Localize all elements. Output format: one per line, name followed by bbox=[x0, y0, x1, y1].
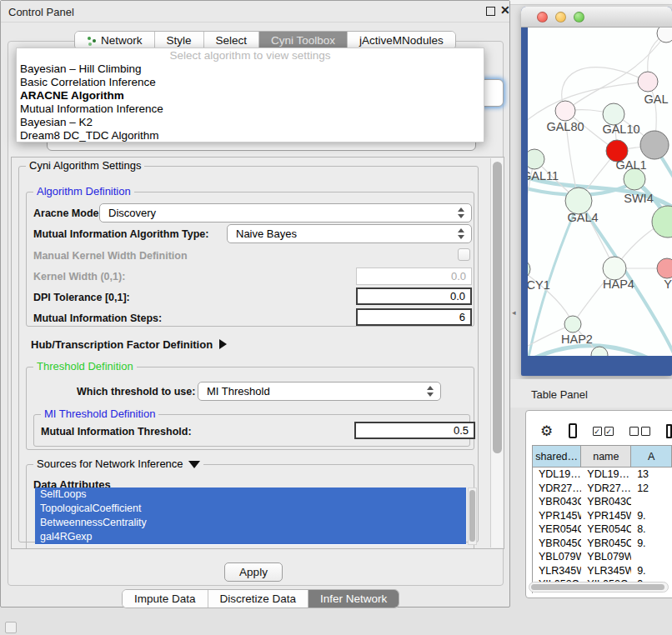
attribute-list-item[interactable]: TopologicalCoefficient bbox=[35, 502, 466, 516]
table-row[interactable]: YDL19…YDL19…13 bbox=[533, 468, 672, 482]
table-cell: YER054C bbox=[533, 522, 581, 537]
attributes-list-scrollbar[interactable] bbox=[468, 488, 477, 545]
table-cell: YLR345W bbox=[581, 564, 631, 578]
attribute-list-item[interactable]: SelfLoops bbox=[35, 488, 466, 502]
control-panel-titlebar[interactable] bbox=[1, 1, 509, 22]
dropdown-option[interactable]: Dream8 DC_TDC Algorithm bbox=[17, 129, 484, 142]
close-traffic-light-icon[interactable] bbox=[537, 12, 548, 22]
tab-select[interactable]: Select bbox=[204, 32, 260, 49]
float-window-icon[interactable] bbox=[486, 7, 495, 16]
panel-divider-arrow-icon[interactable]: ◂ bbox=[512, 308, 516, 317]
dropdown-option[interactable]: Bayesian – K2 bbox=[17, 116, 484, 129]
table-cell: 9. bbox=[631, 537, 672, 551]
table-body: YDL19…YDL19…13YDR27…YDR27…12YBR043CYBR04… bbox=[533, 468, 672, 592]
network-node-swi4[interactable] bbox=[652, 206, 672, 238]
zoom-traffic-light-icon[interactable] bbox=[574, 12, 584, 22]
table-row[interactable]: YBR045CYBR045C9. bbox=[533, 537, 672, 551]
tab-label: Impute Data bbox=[134, 592, 196, 605]
node-table: shared…nameA YDL19…YDL19…13YDR27…YDR27…1… bbox=[532, 445, 672, 593]
network-node-gal80[interactable] bbox=[555, 101, 575, 121]
algorithm-dropdown-list: Select algorithm to view settings Bayesi… bbox=[16, 48, 484, 142]
hub-definition-toggle[interactable]: Hub/Transcription Factor Definition bbox=[31, 338, 227, 351]
table-row[interactable]: YBR043CYBR043C bbox=[533, 495, 672, 509]
table-cell: YDL19… bbox=[533, 468, 581, 482]
dropdown-option[interactable]: Basic Correlation Inference bbox=[17, 76, 484, 89]
dpi-tolerance-field[interactable] bbox=[356, 288, 472, 305]
column-header-1[interactable]: shared… bbox=[533, 446, 581, 468]
which-threshold-value: MI Threshold bbox=[207, 385, 270, 398]
mi-steps-label: Mutual Information Steps: bbox=[33, 312, 162, 324]
attribute-list-item[interactable]: gal4RGexp bbox=[35, 530, 466, 544]
dropdown-option[interactable]: ARACNE Algorithm bbox=[17, 89, 484, 102]
settings-horizontal-scrollbar[interactable] bbox=[17, 548, 484, 549]
network-window-titlebar[interactable] bbox=[521, 7, 672, 28]
table-cell: 12 bbox=[631, 482, 672, 496]
aracne-mode-combo[interactable]: Discovery bbox=[99, 203, 472, 222]
export-table-icon[interactable] bbox=[666, 424, 672, 438]
close-icon[interactable]: ✕ bbox=[500, 3, 510, 17]
table-cell: YDL19… bbox=[581, 468, 631, 482]
network-node[interactable] bbox=[657, 28, 672, 42]
which-threshold-combo[interactable]: MI Threshold bbox=[198, 382, 441, 401]
tab-infer-network[interactable]: Infer Network bbox=[308, 590, 399, 608]
table-row[interactable]: YDR27…YDR27…12 bbox=[533, 482, 672, 496]
table-row[interactable]: YPR145WYPR145W9. bbox=[533, 509, 672, 523]
attribute-list-item[interactable]: BetweennessCentrality bbox=[35, 516, 466, 530]
table-cell: 8. bbox=[631, 522, 672, 537]
minimized-panel-icon[interactable] bbox=[5, 622, 17, 633]
stepper-icon bbox=[427, 386, 434, 397]
table-cell: 13 bbox=[631, 468, 672, 482]
tab-network[interactable]: Network bbox=[75, 32, 155, 49]
column-header-3[interactable]: A bbox=[631, 446, 672, 468]
tab-impute-data[interactable]: Impute Data bbox=[123, 590, 208, 608]
manual-kernel-checkbox[interactable] bbox=[458, 248, 470, 261]
table-cell: YBR043C bbox=[581, 495, 631, 509]
split-columns-icon[interactable] bbox=[569, 423, 576, 438]
network-icon bbox=[87, 36, 97, 46]
node-label-gal80: GAL80 bbox=[546, 120, 584, 133]
network-node-gal11[interactable] bbox=[528, 149, 544, 169]
table-cell: YBL079W bbox=[533, 550, 581, 564]
tab-discretize-data[interactable]: Discretize Data bbox=[208, 590, 309, 608]
dropdown-option[interactable]: Mutual Information Inference bbox=[17, 102, 484, 116]
table-cell bbox=[631, 550, 672, 564]
algorithm-definition-group: Algorithm Definition Aracne Mode: Discov… bbox=[26, 192, 474, 327]
cyni-algorithm-settings-group: Cyni Algorithm Settings Algorithm Defini… bbox=[18, 166, 479, 542]
tab-style[interactable]: Style bbox=[155, 32, 204, 49]
table-panel-title: Table Panel bbox=[531, 388, 588, 401]
table-toolbar: ⚙ ✓✓ bbox=[525, 417, 672, 445]
node-label-hap4: HAP4 bbox=[603, 278, 634, 291]
column-header-2[interactable]: name bbox=[581, 446, 631, 468]
apply-button[interactable]: Apply bbox=[224, 562, 283, 582]
network-canvas[interactable]: GALGAL80GAL10GAL11GAL1SWI4GAL4GCY1HAP4YH… bbox=[528, 28, 672, 356]
network-node[interactable] bbox=[640, 131, 669, 159]
mi-type-combo[interactable]: Naive Bayes bbox=[227, 224, 472, 243]
table-horizontal-scrollbar[interactable] bbox=[529, 582, 669, 592]
kernel-width-label: Kernel Width (0,1): bbox=[33, 271, 125, 282]
sources-title-text: Sources for Network Inference bbox=[37, 458, 183, 470]
table-row[interactable]: YLR345WYLR345W9. bbox=[533, 564, 672, 578]
stepper-icon bbox=[458, 228, 464, 239]
tab-cyni-toolbox[interactable]: Cyni Toolbox bbox=[259, 32, 348, 49]
mi-steps-field[interactable] bbox=[356, 308, 472, 326]
network-node-hap4[interactable] bbox=[603, 257, 626, 280]
deselect-all-checkboxes-icon[interactable] bbox=[629, 427, 650, 436]
mi-threshold-group-title: MI Threshold Definition bbox=[41, 408, 158, 420]
network-node-y[interactable] bbox=[657, 258, 672, 278]
minimize-traffic-light-icon[interactable] bbox=[555, 12, 566, 22]
mi-threshold-field[interactable] bbox=[354, 422, 475, 439]
collapsed-arrow-icon bbox=[219, 339, 227, 349]
table-cell: YPR145W bbox=[581, 509, 631, 523]
network-node-gal[interactable] bbox=[638, 72, 658, 92]
gear-icon[interactable]: ⚙ bbox=[540, 424, 553, 438]
tab-jactivemnodules[interactable]: jActiveMNodules bbox=[348, 32, 455, 49]
dropdown-option[interactable]: Bayesian – Hill Climbing bbox=[17, 62, 484, 76]
table-row[interactable]: YER054CYER054C8. bbox=[533, 522, 672, 537]
table-row[interactable]: YBL079WYBL079W bbox=[533, 550, 672, 564]
tab-label: jActiveMNodules bbox=[359, 34, 444, 47]
node-label-gcy1: GCY1 bbox=[528, 278, 550, 292]
select-all-checkboxes-icon[interactable]: ✓✓ bbox=[593, 427, 614, 436]
settings-vertical-scrollbar[interactable] bbox=[490, 158, 503, 548]
kernel-width-field[interactable] bbox=[356, 268, 472, 285]
network-node-hap2[interactable] bbox=[564, 316, 581, 332]
